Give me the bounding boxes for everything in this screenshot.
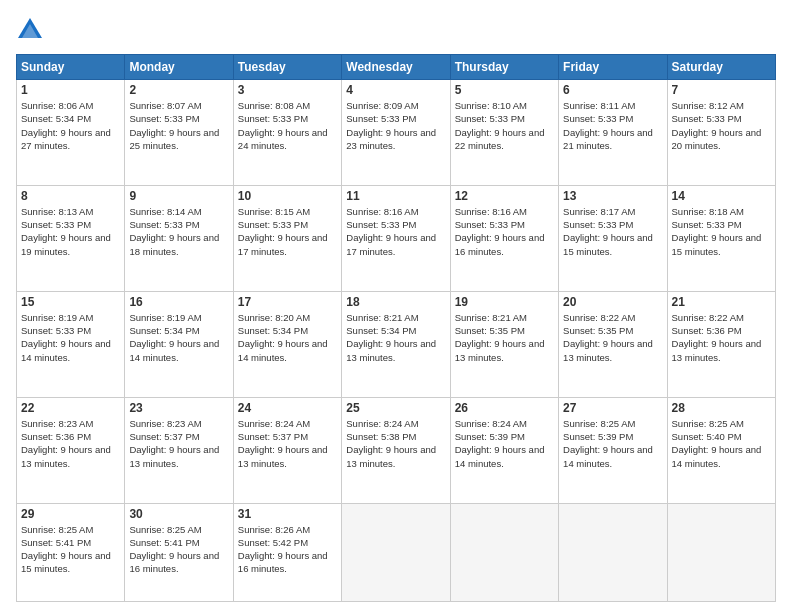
calendar-cell: 10 Sunrise: 8:15 AM Sunset: 5:33 PM Dayl… (233, 185, 341, 291)
day-number: 6 (563, 83, 662, 97)
daylight-label: Daylight: 9 hours and 13 minutes. (346, 444, 436, 468)
sunset-label: Sunset: 5:36 PM (672, 325, 742, 336)
day-number: 22 (21, 401, 120, 415)
daylight-label: Daylight: 9 hours and 14 minutes. (129, 338, 219, 362)
sunrise-label: Sunrise: 8:14 AM (129, 206, 201, 217)
daylight-label: Daylight: 9 hours and 20 minutes. (672, 127, 762, 151)
day-info: Sunrise: 8:24 AM Sunset: 5:38 PM Dayligh… (346, 417, 445, 470)
sunset-label: Sunset: 5:39 PM (455, 431, 525, 442)
sunset-label: Sunset: 5:33 PM (21, 219, 91, 230)
calendar-cell: 5 Sunrise: 8:10 AM Sunset: 5:33 PM Dayli… (450, 80, 558, 186)
daylight-label: Daylight: 9 hours and 15 minutes. (672, 232, 762, 256)
day-number: 27 (563, 401, 662, 415)
calendar-cell: 21 Sunrise: 8:22 AM Sunset: 5:36 PM Dayl… (667, 291, 775, 397)
calendar-week-row: 1 Sunrise: 8:06 AM Sunset: 5:34 PM Dayli… (17, 80, 776, 186)
day-number: 8 (21, 189, 120, 203)
sunset-label: Sunset: 5:34 PM (238, 325, 308, 336)
daylight-label: Daylight: 9 hours and 16 minutes. (238, 550, 328, 574)
day-number: 19 (455, 295, 554, 309)
calendar-cell: 2 Sunrise: 8:07 AM Sunset: 5:33 PM Dayli… (125, 80, 233, 186)
day-number: 11 (346, 189, 445, 203)
day-info: Sunrise: 8:19 AM Sunset: 5:34 PM Dayligh… (129, 311, 228, 364)
sunset-label: Sunset: 5:34 PM (129, 325, 199, 336)
sunset-label: Sunset: 5:34 PM (21, 113, 91, 124)
sunset-label: Sunset: 5:33 PM (672, 113, 742, 124)
day-number: 25 (346, 401, 445, 415)
day-info: Sunrise: 8:25 AM Sunset: 5:40 PM Dayligh… (672, 417, 771, 470)
day-info: Sunrise: 8:25 AM Sunset: 5:41 PM Dayligh… (21, 523, 120, 576)
day-of-week-header: Thursday (450, 55, 558, 80)
calendar-cell: 11 Sunrise: 8:16 AM Sunset: 5:33 PM Dayl… (342, 185, 450, 291)
daylight-label: Daylight: 9 hours and 14 minutes. (21, 338, 111, 362)
sunset-label: Sunset: 5:33 PM (129, 219, 199, 230)
day-number: 12 (455, 189, 554, 203)
sunset-label: Sunset: 5:33 PM (672, 219, 742, 230)
day-number: 17 (238, 295, 337, 309)
daylight-label: Daylight: 9 hours and 21 minutes. (563, 127, 653, 151)
sunset-label: Sunset: 5:33 PM (346, 113, 416, 124)
logo (16, 16, 48, 44)
sunset-label: Sunset: 5:33 PM (346, 219, 416, 230)
sunrise-label: Sunrise: 8:22 AM (563, 312, 635, 323)
sunrise-label: Sunrise: 8:18 AM (672, 206, 744, 217)
daylight-label: Daylight: 9 hours and 17 minutes. (238, 232, 328, 256)
calendar-cell (559, 503, 667, 601)
calendar: SundayMondayTuesdayWednesdayThursdayFrid… (16, 54, 776, 602)
daylight-label: Daylight: 9 hours and 24 minutes. (238, 127, 328, 151)
sunrise-label: Sunrise: 8:19 AM (129, 312, 201, 323)
calendar-cell: 22 Sunrise: 8:23 AM Sunset: 5:36 PM Dayl… (17, 397, 125, 503)
calendar-cell: 29 Sunrise: 8:25 AM Sunset: 5:41 PM Dayl… (17, 503, 125, 601)
daylight-label: Daylight: 9 hours and 13 minutes. (21, 444, 111, 468)
day-info: Sunrise: 8:21 AM Sunset: 5:34 PM Dayligh… (346, 311, 445, 364)
day-info: Sunrise: 8:16 AM Sunset: 5:33 PM Dayligh… (455, 205, 554, 258)
sunrise-label: Sunrise: 8:25 AM (672, 418, 744, 429)
calendar-cell: 14 Sunrise: 8:18 AM Sunset: 5:33 PM Dayl… (667, 185, 775, 291)
sunrise-label: Sunrise: 8:17 AM (563, 206, 635, 217)
sunrise-label: Sunrise: 8:07 AM (129, 100, 201, 111)
sunrise-label: Sunrise: 8:11 AM (563, 100, 635, 111)
day-info: Sunrise: 8:24 AM Sunset: 5:39 PM Dayligh… (455, 417, 554, 470)
day-number: 4 (346, 83, 445, 97)
day-number: 10 (238, 189, 337, 203)
day-number: 26 (455, 401, 554, 415)
sunset-label: Sunset: 5:33 PM (563, 113, 633, 124)
day-info: Sunrise: 8:22 AM Sunset: 5:35 PM Dayligh… (563, 311, 662, 364)
sunset-label: Sunset: 5:41 PM (21, 537, 91, 548)
day-info: Sunrise: 8:25 AM Sunset: 5:41 PM Dayligh… (129, 523, 228, 576)
calendar-cell: 12 Sunrise: 8:16 AM Sunset: 5:33 PM Dayl… (450, 185, 558, 291)
sunrise-label: Sunrise: 8:13 AM (21, 206, 93, 217)
day-number: 18 (346, 295, 445, 309)
calendar-cell: 1 Sunrise: 8:06 AM Sunset: 5:34 PM Dayli… (17, 80, 125, 186)
day-number: 16 (129, 295, 228, 309)
day-of-week-header: Monday (125, 55, 233, 80)
sunrise-label: Sunrise: 8:24 AM (346, 418, 418, 429)
day-info: Sunrise: 8:10 AM Sunset: 5:33 PM Dayligh… (455, 99, 554, 152)
calendar-cell: 31 Sunrise: 8:26 AM Sunset: 5:42 PM Dayl… (233, 503, 341, 601)
day-info: Sunrise: 8:12 AM Sunset: 5:33 PM Dayligh… (672, 99, 771, 152)
calendar-cell: 27 Sunrise: 8:25 AM Sunset: 5:39 PM Dayl… (559, 397, 667, 503)
header (16, 16, 776, 44)
day-number: 2 (129, 83, 228, 97)
calendar-cell: 6 Sunrise: 8:11 AM Sunset: 5:33 PM Dayli… (559, 80, 667, 186)
calendar-cell: 8 Sunrise: 8:13 AM Sunset: 5:33 PM Dayli… (17, 185, 125, 291)
sunset-label: Sunset: 5:33 PM (238, 219, 308, 230)
logo-icon (16, 16, 44, 44)
day-number: 1 (21, 83, 120, 97)
sunrise-label: Sunrise: 8:20 AM (238, 312, 310, 323)
sunrise-label: Sunrise: 8:15 AM (238, 206, 310, 217)
day-of-week-header: Tuesday (233, 55, 341, 80)
calendar-cell: 7 Sunrise: 8:12 AM Sunset: 5:33 PM Dayli… (667, 80, 775, 186)
sunset-label: Sunset: 5:35 PM (563, 325, 633, 336)
sunrise-label: Sunrise: 8:26 AM (238, 524, 310, 535)
day-number: 9 (129, 189, 228, 203)
sunset-label: Sunset: 5:33 PM (21, 325, 91, 336)
day-info: Sunrise: 8:20 AM Sunset: 5:34 PM Dayligh… (238, 311, 337, 364)
day-number: 13 (563, 189, 662, 203)
day-info: Sunrise: 8:24 AM Sunset: 5:37 PM Dayligh… (238, 417, 337, 470)
daylight-label: Daylight: 9 hours and 13 minutes. (563, 338, 653, 362)
day-info: Sunrise: 8:07 AM Sunset: 5:33 PM Dayligh… (129, 99, 228, 152)
sunrise-label: Sunrise: 8:12 AM (672, 100, 744, 111)
calendar-cell (450, 503, 558, 601)
sunset-label: Sunset: 5:40 PM (672, 431, 742, 442)
day-info: Sunrise: 8:11 AM Sunset: 5:33 PM Dayligh… (563, 99, 662, 152)
